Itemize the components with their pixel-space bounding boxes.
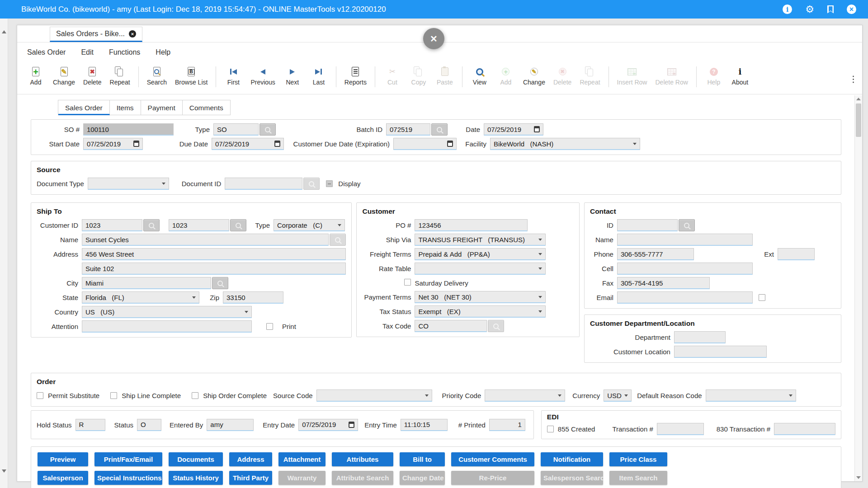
default-reason-code-select[interactable] xyxy=(706,389,796,402)
toolbar-search[interactable]: Search xyxy=(143,65,171,87)
third-party-button[interactable]: Third Party xyxy=(229,471,272,485)
due-date-input[interactable]: 07/25/2019 xyxy=(212,138,284,150)
fax-input[interactable]: 305-754-4195 xyxy=(617,277,710,289)
ship-to-id-input[interactable]: 1023 xyxy=(169,219,229,231)
entry-date-input[interactable]: 07/25/2019 xyxy=(298,419,358,431)
customer-due-date-input[interactable] xyxy=(393,138,457,150)
customer-id-input[interactable]: 1023 xyxy=(82,219,142,231)
customer-id-lookup-button[interactable] xyxy=(143,219,160,231)
calendar-icon[interactable] xyxy=(447,141,453,147)
ship-order-complete-checkbox[interactable] xyxy=(192,392,198,399)
menu-functions[interactable]: Functions xyxy=(108,47,141,58)
toolbar-last[interactable]: Last xyxy=(306,65,332,87)
bookmark-icon[interactable] xyxy=(827,5,834,14)
payment-terms-select[interactable]: Net 30 (NET 30) xyxy=(415,291,546,303)
toolbar-first[interactable]: First xyxy=(220,65,246,87)
address1-input[interactable]: 456 West Street xyxy=(82,248,346,260)
hold-status-input[interactable]: R xyxy=(75,419,105,431)
close-icon[interactable] xyxy=(847,5,856,14)
tab-close-icon[interactable] xyxy=(129,30,136,38)
transaction-number-input[interactable] xyxy=(657,423,704,435)
department-input[interactable] xyxy=(674,331,726,343)
menu-help[interactable]: Help xyxy=(155,47,171,58)
calendar-icon[interactable] xyxy=(133,141,139,147)
document-id-input[interactable] xyxy=(225,178,302,190)
contact-name-input[interactable] xyxy=(617,234,753,246)
city-input[interactable]: Miami xyxy=(82,277,211,289)
scroll-up-icon[interactable] xyxy=(2,30,6,33)
ship-to-type-select[interactable]: Corporate (C) xyxy=(274,219,345,231)
po-number-input[interactable]: 123456 xyxy=(415,219,528,231)
entry-time-input[interactable]: 11:10:15 xyxy=(401,419,448,431)
edi-855-created-checkbox[interactable] xyxy=(547,426,554,432)
phone-input[interactable]: 306-555-7777 xyxy=(617,248,694,260)
contact-id-lookup-button[interactable] xyxy=(679,219,695,231)
toolbar-add[interactable]: Add xyxy=(23,65,49,87)
toolbar-browse-list[interactable]: Browse List xyxy=(171,65,212,87)
document-type-select[interactable] xyxy=(88,178,169,190)
print-fax-email-button[interactable]: Print/Fax/Email xyxy=(94,452,162,466)
tax-code-input[interactable]: CO xyxy=(415,320,487,332)
email-checkbox[interactable] xyxy=(759,294,765,301)
ship-to-id-lookup-button[interactable] xyxy=(230,219,246,231)
country-select[interactable]: US (US) xyxy=(82,306,252,318)
subtab-payment[interactable]: Payment xyxy=(141,100,183,115)
preview-button[interactable]: Preview xyxy=(38,452,88,466)
content-scrollbar[interactable] xyxy=(854,95,862,481)
subtab-comments[interactable]: Comments xyxy=(183,100,230,115)
notification-button[interactable]: Notification xyxy=(541,452,603,466)
toolbar-change[interactable]: Change xyxy=(49,65,79,87)
special-instructions-button[interactable]: Special Instructions xyxy=(94,471,162,485)
type-lookup-button[interactable] xyxy=(259,123,276,136)
tab-sales-orders[interactable]: Sales Orders - Bike... xyxy=(50,27,142,42)
left-scrollbar[interactable] xyxy=(0,19,8,488)
priority-code-select[interactable] xyxy=(485,389,565,402)
subtab-sales-order[interactable]: Sales Order xyxy=(58,100,110,115)
menu-sales-order[interactable]: Sales Order xyxy=(26,47,66,58)
so-number-input[interactable]: 100110 xyxy=(83,123,174,136)
type-input[interactable]: SO xyxy=(213,123,259,136)
batch-lookup-button[interactable] xyxy=(431,123,448,136)
price-class-button[interactable]: Price Class xyxy=(609,452,667,466)
toolbar-delete[interactable]: Delete xyxy=(79,65,105,87)
calendar-icon[interactable] xyxy=(534,126,540,132)
floating-close-button[interactable] xyxy=(423,28,444,49)
scroll-down-icon[interactable] xyxy=(2,469,6,473)
print-checkbox[interactable] xyxy=(266,323,273,330)
state-select[interactable]: Florida (FL) xyxy=(82,291,199,304)
toolbar-about[interactable]: About xyxy=(727,65,753,87)
attributes-button[interactable]: Attributes xyxy=(332,452,393,466)
contact-id-input[interactable] xyxy=(617,219,678,231)
info-icon[interactable] xyxy=(783,5,792,14)
scrollbar-thumb[interactable] xyxy=(856,103,861,137)
toolbar-reports[interactable]: Reports xyxy=(340,65,371,87)
source-code-select[interactable] xyxy=(316,389,432,402)
ship-line-complete-checkbox[interactable] xyxy=(110,392,117,399)
customer-location-input[interactable] xyxy=(674,346,767,358)
attachment-button[interactable]: Attachment xyxy=(278,452,326,466)
ship-to-name-input[interactable]: Sunset Cycles xyxy=(82,234,329,246)
address2-input[interactable]: Suite 102 xyxy=(82,263,346,275)
facility-select[interactable]: BikeWorld (NASH) xyxy=(490,138,640,150)
entered-by-input[interactable]: amy xyxy=(207,419,254,431)
currency-select[interactable]: USD xyxy=(604,389,632,402)
subtab-items[interactable]: Items xyxy=(110,100,141,115)
bill-to-button[interactable]: Bill to xyxy=(400,452,445,466)
calendar-icon[interactable] xyxy=(274,141,280,147)
ship-via-select[interactable]: TRANSUS FREIGHT (TRANSUS) xyxy=(415,234,546,246)
attention-input[interactable] xyxy=(82,320,252,333)
permit-substitute-checkbox[interactable] xyxy=(37,392,43,399)
toolbar-view[interactable]: View xyxy=(467,65,493,87)
toolbar-previous[interactable]: Previous xyxy=(246,65,279,87)
toolbar-repeat[interactable]: Repeat xyxy=(106,65,134,87)
email-input[interactable] xyxy=(617,291,753,304)
start-date-input[interactable]: 07/25/2019 xyxy=(83,138,143,150)
status-input[interactable]: O xyxy=(137,419,161,431)
menu-edit[interactable]: Edit xyxy=(80,47,94,58)
salesperson-button[interactable]: Salesperson xyxy=(38,471,88,485)
zip-input[interactable]: 33150 xyxy=(223,291,283,304)
city-lookup-button[interactable] xyxy=(212,277,228,289)
status-history-button[interactable]: Status History xyxy=(169,471,223,485)
toolbar-change-row[interactable]: Change xyxy=(519,65,549,87)
cell-input[interactable] xyxy=(617,263,753,275)
